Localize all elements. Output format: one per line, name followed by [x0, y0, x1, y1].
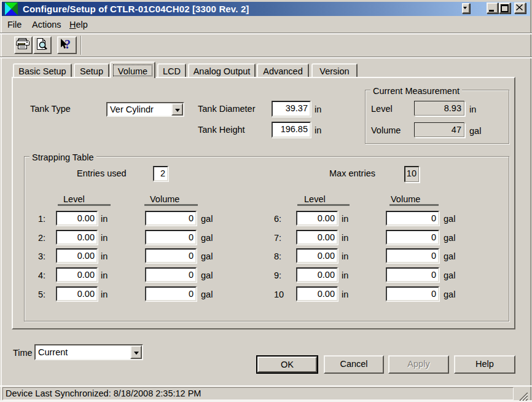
svg-text:?: ?	[65, 37, 71, 51]
